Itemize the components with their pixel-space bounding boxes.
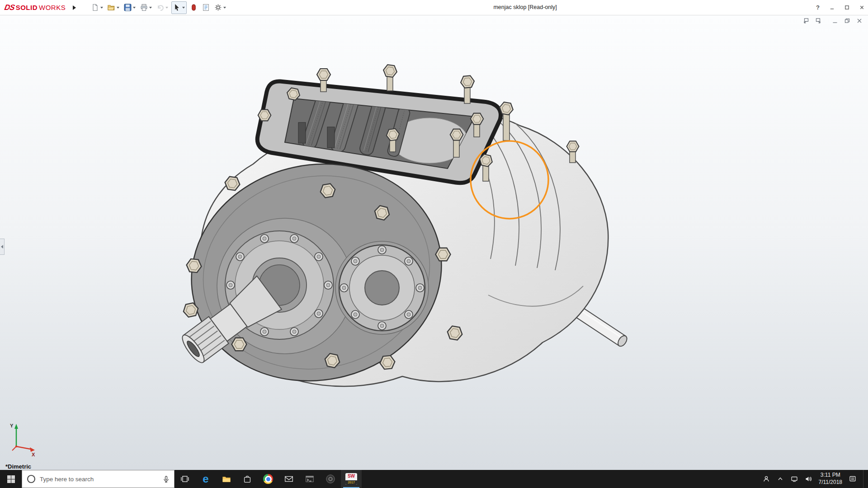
solidworks-taskbar-button[interactable]: SW 2017 — [341, 470, 362, 488]
select-arrow-icon — [173, 4, 181, 11]
task-view-icon — [180, 474, 190, 484]
graphics-area[interactable]: Y X *Dimetric — [0, 15, 868, 470]
chevron-down-icon — [133, 7, 136, 9]
volume-icon[interactable] — [805, 475, 812, 483]
cortana-icon — [27, 474, 36, 483]
chevron-down-icon — [223, 7, 226, 9]
chevron-down-icon — [100, 7, 103, 9]
mail-icon — [284, 474, 294, 484]
chrome-icon — [263, 474, 273, 484]
options-button[interactable] — [213, 2, 227, 14]
command-prompt-button[interactable] — [299, 470, 320, 488]
doc-close-button[interactable] — [856, 17, 863, 24]
window-controls: ? — [816, 0, 864, 15]
print-icon — [140, 4, 148, 11]
task-view-button[interactable] — [175, 470, 195, 488]
tray-date: 7/11/2018 — [819, 479, 843, 486]
file-properties-icon — [202, 4, 210, 11]
round-app-icon — [326, 474, 335, 484]
select-tool-button[interactable] — [171, 1, 187, 14]
document-title: menjac sklop [Read-only] — [493, 0, 557, 15]
document-window-controls — [802, 17, 863, 24]
chevron-down-icon — [117, 7, 119, 9]
save-floppy-icon — [124, 4, 132, 11]
solidworks-logo: DS SOLIDWORKS — [0, 3, 66, 12]
store-button[interactable] — [237, 470, 258, 488]
ds-logo-icon: DS — [4, 3, 15, 12]
y-axis-arrow-icon — [14, 424, 18, 429]
brand-solid: SOLID — [16, 4, 38, 11]
view-orientation-label: *Dimetric — [5, 463, 31, 470]
doc-minimize-button[interactable] — [831, 17, 838, 24]
mail-button[interactable] — [278, 470, 299, 488]
system-tray: 3:11 PM 7/11/2018 — [763, 470, 868, 488]
rebuild-button[interactable] — [189, 2, 199, 14]
hidden-icons-chevron[interactable] — [777, 475, 784, 483]
help-button[interactable]: ? — [816, 4, 820, 11]
undo-button[interactable] — [155, 2, 170, 14]
store-bag-icon — [242, 474, 252, 484]
people-icon[interactable] — [763, 475, 770, 483]
new-document-button[interactable] — [90, 2, 104, 14]
chevron-down-icon — [165, 7, 168, 9]
file-properties-button[interactable] — [201, 2, 211, 14]
triad-y-label: Y — [10, 423, 14, 428]
file-explorer-button[interactable] — [216, 470, 237, 488]
brand-works: WORKS — [39, 4, 66, 11]
show-desktop-button[interactable] — [863, 470, 866, 488]
minimize-button[interactable] — [830, 5, 835, 10]
flyout-arrow-icon — [73, 5, 76, 10]
solidworks-app-icon: SW 2017 — [345, 473, 357, 485]
command-prompt-icon — [305, 474, 315, 484]
file-explorer-icon — [222, 474, 231, 484]
dock-right-button[interactable] — [815, 17, 821, 24]
chevron-down-icon — [182, 7, 185, 9]
rebuild-icon — [190, 4, 198, 11]
open-document-button[interactable] — [106, 2, 121, 14]
network-icon[interactable] — [791, 475, 798, 483]
maximize-button[interactable] — [844, 5, 849, 10]
chevron-left-icon — [1, 245, 3, 249]
gearbox-model — [0, 15, 868, 470]
microphone-icon[interactable] — [163, 476, 170, 483]
undo-icon — [156, 4, 164, 11]
taskbar: Type here to search e — [0, 470, 868, 488]
collapsed-panel-toggle[interactable] — [0, 239, 5, 255]
clock[interactable]: 3:11 PM 7/11/2018 — [819, 472, 843, 486]
save-button[interactable] — [123, 2, 137, 14]
round-app-button[interactable] — [320, 470, 341, 488]
start-button[interactable] — [0, 470, 22, 488]
action-center-icon[interactable] — [849, 475, 856, 483]
search-input[interactable]: Type here to search — [22, 470, 175, 488]
gear-icon — [214, 4, 222, 11]
dock-left-button[interactable] — [802, 17, 809, 24]
chrome-button[interactable] — [258, 470, 278, 488]
search-placeholder: Type here to search — [40, 476, 94, 483]
open-folder-icon — [108, 4, 115, 11]
orientation-triad: Y X — [3, 420, 41, 458]
quick-access-toolbar — [90, 1, 227, 14]
close-button[interactable] — [859, 5, 864, 10]
edge-icon: e — [203, 474, 208, 484]
titlebar: DS SOLIDWORKS — [0, 0, 868, 15]
triad-x-label: X — [32, 452, 35, 457]
chevron-down-icon — [149, 7, 152, 9]
edge-button[interactable]: e — [195, 470, 216, 488]
side-cover-hub — [335, 241, 429, 334]
windows-logo-icon — [7, 475, 15, 483]
x-axis-arrow-icon — [30, 447, 35, 452]
print-button[interactable] — [139, 2, 153, 14]
doc-restore-button[interactable] — [844, 17, 850, 24]
toolbar-flyout-button[interactable] — [70, 3, 78, 13]
tray-time: 3:11 PM — [821, 472, 840, 479]
new-document-icon — [91, 4, 99, 11]
